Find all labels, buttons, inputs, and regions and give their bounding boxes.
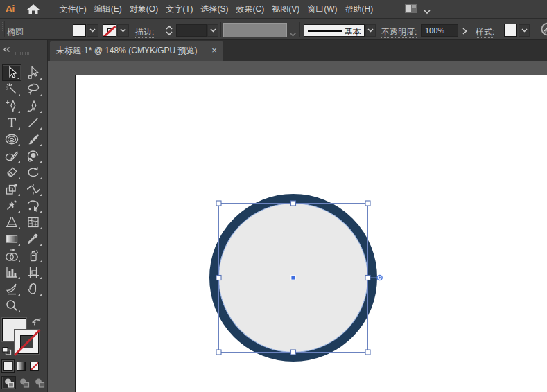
flyout-triangle-icon [40, 294, 42, 296]
selection-tool[interactable] [2, 64, 21, 81]
artboard-tool[interactable] [24, 264, 43, 280]
mesh-tool[interactable] [24, 214, 43, 231]
opacity-input[interactable]: 100% [421, 24, 458, 37]
pen-tool[interactable] [2, 98, 21, 114]
gradient-tool[interactable] [2, 231, 21, 247]
brush-icon [26, 132, 40, 146]
flyout-triangle-icon [18, 227, 20, 229]
hand-tool[interactable] [24, 280, 43, 297]
brush-definition-dropdown[interactable]: 基本 [304, 24, 365, 37]
none-button[interactable] [30, 362, 39, 371]
menu-item-help[interactable]: 帮助(H) [341, 0, 377, 18]
paintbrush-tool[interactable] [24, 131, 43, 148]
draw-normal-mode[interactable] [1, 376, 16, 389]
puppet-warp-tool[interactable] [2, 197, 21, 214]
type-tool[interactable] [2, 114, 21, 131]
stroke-color-swatch[interactable] [103, 24, 116, 37]
menu-item-window[interactable]: 窗口(W) [304, 0, 341, 18]
swap-fill-stroke-icon[interactable] [31, 317, 42, 326]
default-fill-stroke-icon[interactable] [2, 346, 12, 354]
menu-item-file[interactable]: 文件(F) [55, 0, 90, 18]
flyout-triangle-icon [40, 127, 42, 130]
lasso-tool[interactable] [24, 81, 43, 98]
draw-behind-mode[interactable] [17, 376, 31, 389]
workspace-chevron-down-icon[interactable] [422, 6, 432, 12]
gradient-icon [5, 232, 19, 246]
tab-close-icon[interactable]: × [209, 41, 219, 61]
toolbar-grip[interactable] [15, 52, 32, 55]
hand-icon [26, 282, 40, 296]
opacity-label[interactable]: 不透明度: [381, 27, 417, 38]
column-graph-tool[interactable] [2, 264, 21, 280]
brush-definition-chevron-icon[interactable] [365, 24, 376, 37]
stroke-color-chevron-icon[interactable] [117, 24, 129, 37]
menu-item-type[interactable]: 文字(T) [162, 0, 197, 18]
flyout-triangle-icon [40, 244, 42, 246]
symbol-sprayer-tool[interactable] [24, 247, 43, 264]
flyout-triangle-icon [40, 177, 42, 179]
line-icon [26, 116, 40, 130]
control-panel-menu-icon[interactable] [541, 22, 547, 36]
flyout-triangle-icon [40, 161, 42, 163]
rotate-tool[interactable] [24, 164, 43, 181]
menu-item-view[interactable]: 视图(V) [268, 0, 304, 18]
document-tab[interactable]: 未标题-1* @ 148% (CMYK/GPU 预览) × [50, 41, 223, 61]
eyedropper-icon [26, 232, 40, 246]
toolbar-dock-header [0, 40, 48, 61]
flyout-triangle-icon [18, 177, 20, 179]
line-segment-tool[interactable] [24, 114, 43, 131]
fill-color-chevron-icon[interactable] [87, 24, 98, 37]
stroke-proxy-swatch[interactable] [15, 330, 39, 354]
gradient-button[interactable] [17, 362, 26, 371]
menu-item-select[interactable]: 选择(S) [197, 0, 232, 18]
style-label[interactable]: 样式: [476, 27, 494, 38]
shape-builder-tool[interactable] [2, 247, 21, 264]
stroke-weight-chevron-icon[interactable] [207, 24, 218, 37]
pin-icon [5, 199, 19, 213]
stroke-weight-input[interactable] [176, 24, 207, 37]
app-logo-icon[interactable]: Ai [2, 2, 17, 15]
width-profile-dropdown[interactable] [223, 23, 287, 37]
draw-inside-mode[interactable] [32, 376, 46, 389]
eraser-tool[interactable] [2, 164, 21, 181]
curvature-tool[interactable] [24, 98, 43, 114]
slice-tool[interactable] [2, 280, 21, 297]
ellipse-tool[interactable] [2, 131, 21, 148]
style-chevron-icon[interactable] [519, 24, 530, 37]
opacity-expand-arrow-icon[interactable] [461, 26, 468, 38]
free-transform-tool[interactable] [24, 197, 43, 214]
blob-brush-tool[interactable] [24, 148, 43, 164]
magic-wand-tool[interactable] [2, 81, 21, 98]
tab-bar: 未标题-1* @ 148% (CMYK/GPU 预览) × [0, 40, 547, 61]
flyout-triangle-icon [18, 277, 20, 279]
mesh-icon [26, 215, 40, 229]
width-tool[interactable] [24, 181, 43, 197]
workspace-switcher-icon[interactable] [404, 3, 418, 15]
stroke-none-slash-small [103, 26, 116, 37]
zoom-tool[interactable] [2, 297, 21, 314]
menu-item-effect[interactable]: 效果(C) [232, 0, 268, 18]
menu-item-object[interactable]: 对象(O) [125, 0, 162, 18]
brush-stroke-preview [308, 30, 342, 33]
stroke-weight-stepper[interactable] [164, 25, 174, 39]
graph-icon [5, 265, 19, 279]
scale-tool[interactable] [2, 181, 21, 197]
panel-grip[interactable] [1, 21, 5, 37]
group-separator [299, 22, 300, 37]
home-icon[interactable] [25, 2, 42, 16]
menu-item-edit[interactable]: 编辑(E) [90, 0, 125, 18]
shaper-tool[interactable] [2, 148, 21, 164]
direct-selection-tool[interactable] [24, 64, 43, 81]
eyedropper-tool[interactable] [24, 231, 43, 247]
stroke-weight-label[interactable]: 描边: [135, 27, 154, 38]
fill-color-swatch[interactable] [73, 24, 86, 37]
width-profile-chevron-icon[interactable] [289, 28, 297, 40]
sprayer-icon [26, 249, 40, 262]
collapse-panel-icon[interactable] [3, 43, 11, 49]
color-button[interactable] [3, 362, 12, 371]
perspective-grid-tool[interactable] [2, 214, 21, 231]
style-swatch[interactable] [504, 24, 517, 37]
flyout-triangle-icon [40, 144, 42, 146]
artboard[interactable] [75, 75, 547, 392]
menu-bar: Ai 文件(F)编辑(E)对象(O)文字(T)选择(S)效果(C)视图(V)窗口… [0, 0, 547, 19]
